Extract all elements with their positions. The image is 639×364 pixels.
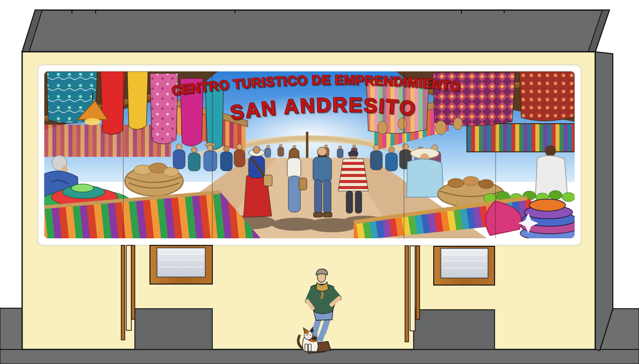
sign-panel-right xyxy=(441,248,488,278)
door-interior-right xyxy=(414,310,495,349)
billboard: CENTRO TURISTICO DE EMPRENDIMIENTO SAN A… xyxy=(38,65,583,245)
door-sign-left xyxy=(150,245,212,284)
door-interior-left xyxy=(135,309,212,349)
sign-panel-left xyxy=(157,248,205,277)
cat-paw xyxy=(305,344,308,351)
building-elevation-scene: CENTRO TURISTICO DE EMPRENDIMIENTO SAN A… xyxy=(0,0,639,364)
mural-photo: CENTRO TURISTICO DE EMPRENDIMIENTO SAN A… xyxy=(39,71,583,241)
roof-top-surface xyxy=(22,10,609,52)
door-sign-right xyxy=(434,246,495,285)
building-roof xyxy=(22,10,609,52)
building-side-wall xyxy=(595,52,613,350)
cat-paw xyxy=(308,344,311,351)
scene-canvas: CENTRO TURISTICO DE EMPRENDIMIENTO SAN A… xyxy=(0,0,639,364)
